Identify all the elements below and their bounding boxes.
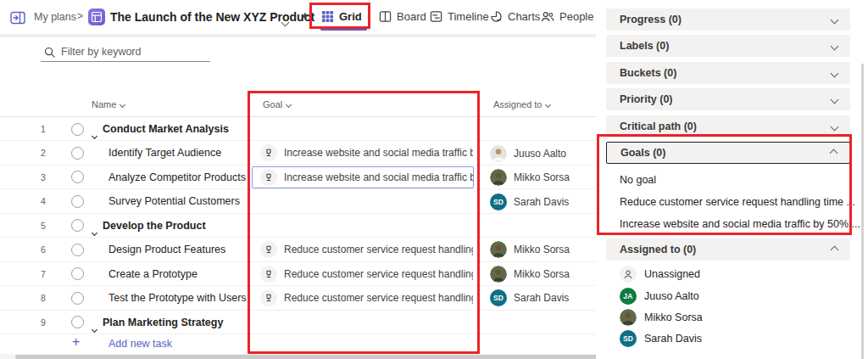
assignee-cell[interactable]: Juuso Aalto	[490, 141, 566, 165]
sidebar-toggle-button[interactable]	[9, 9, 25, 25]
goal-option-increase-traffic[interactable]: Increase website and social media traffi…	[620, 214, 860, 234]
progress-ring[interactable]	[71, 267, 84, 280]
filter-section-label: Assigned to (0)	[620, 244, 696, 255]
goal-trophy-icon	[260, 169, 277, 186]
chevron-down-icon	[831, 122, 839, 131]
avatar-photo-mikko	[490, 241, 507, 258]
table-row-task-6: 6 Design Product Features Reduce custome…	[0, 238, 596, 261]
person-option-unassigned[interactable]: Unassigned	[620, 265, 700, 283]
progress-ring[interactable]	[71, 171, 84, 183]
search-input[interactable]	[61, 46, 197, 58]
person-option-sarah-davis[interactable]: SD Sarah Davis	[620, 329, 702, 348]
filter-section-goals[interactable]: Goals (0)	[606, 142, 850, 164]
task-name[interactable]: Test the Prototype with Users	[108, 286, 247, 310]
goal-cell[interactable]: Reduce customer service request handling…	[252, 287, 474, 309]
row-number: 8	[37, 286, 49, 310]
collapse-group-button[interactable]	[92, 126, 97, 142]
task-name[interactable]: Plan Marketing Strategy	[103, 311, 223, 334]
person-option-mikko-sorsa[interactable]: Mikko Sorsa	[620, 308, 703, 327]
filter-search-field[interactable]	[41, 42, 210, 62]
goal-trophy-icon	[260, 266, 277, 283]
task-name[interactable]: Identify Target Audience	[108, 141, 221, 165]
assignee-cell[interactable]: Mikko Sorsa	[490, 238, 570, 261]
column-header-assigned-to[interactable]: Assigned to	[493, 99, 550, 109]
task-name[interactable]: Conduct Market Analysis	[103, 117, 229, 141]
goal-label: Reduce customer service request handling…	[284, 292, 474, 304]
chevron-down-icon	[545, 101, 551, 107]
person-name: Unassigned	[644, 268, 700, 280]
row-number: 7	[37, 262, 49, 286]
progress-ring[interactable]	[71, 147, 84, 160]
filter-section-assigned-to[interactable]: Assigned to (0)	[606, 238, 850, 261]
avatar-initials-sd: SD	[620, 330, 637, 347]
task-name[interactable]: Create a Prototype	[108, 262, 198, 286]
tab-grid-label: Grid	[339, 10, 362, 23]
collapse-group-button[interactable]	[92, 223, 97, 238]
task-name[interactable]: Design Product Features	[108, 238, 225, 261]
tab-board-label: Board	[397, 10, 426, 23]
assignee-name: Sarah Davis	[514, 196, 569, 208]
progress-ring[interactable]	[71, 244, 84, 256]
goal-option-reduce-handling-time[interactable]: Reduce customer service request handling…	[620, 192, 855, 212]
assignee-name: Mikko Sorsa	[514, 244, 570, 255]
filter-section-priority[interactable]: Priority (0)	[606, 88, 850, 110]
planner-app-window: My plans > The Launch of the New XYZ Pro…	[0, 0, 868, 359]
chevron-down-icon	[92, 326, 97, 332]
column-header-goal-label: Goal	[263, 99, 282, 109]
filter-section-labels[interactable]: Labels (0)	[606, 35, 850, 57]
vertical-scrollbar[interactable]	[861, 64, 864, 359]
chevron-down-icon	[831, 95, 839, 104]
goal-trophy-icon	[260, 289, 277, 306]
pin-button[interactable]	[296, 9, 311, 25]
breadcrumb-my-plans[interactable]: My plans	[34, 11, 76, 23]
tab-timeline[interactable]: Timeline	[430, 0, 489, 32]
avatar-initials-ja: JA	[620, 288, 637, 305]
chevron-down-icon	[92, 230, 97, 236]
column-header-name[interactable]: Name	[92, 99, 125, 109]
tab-people[interactable]: People	[541, 0, 593, 32]
task-table: 1 Conduct Market Analysis 2 Identify Tar…	[0, 117, 596, 334]
progress-ring[interactable]	[71, 123, 84, 136]
plan-title-dropdown[interactable]	[282, 14, 288, 29]
person-option-juuso-aalto[interactable]: JA Juuso Aalto	[620, 287, 699, 306]
collapse-group-button[interactable]	[92, 320, 97, 335]
progress-ring[interactable]	[71, 292, 84, 305]
goal-cell-selected[interactable]: Increase website and social media traffi…	[252, 166, 474, 188]
assignee-cell[interactable]: Mikko Sorsa	[490, 165, 570, 189]
row-number: 9	[37, 311, 49, 334]
tab-timeline-label: Timeline	[448, 10, 489, 23]
goal-cell[interactable]: Increase website and social media traffi…	[252, 142, 474, 164]
assignee-cell[interactable]: Mikko Sorsa	[490, 262, 570, 286]
chevron-down-icon	[831, 69, 839, 77]
column-header-goal[interactable]: Goal	[263, 99, 291, 109]
task-name[interactable]: Develop the Product	[103, 214, 206, 238]
tab-charts[interactable]: Charts	[490, 0, 540, 32]
task-name[interactable]: Analyze Competitor Products	[108, 165, 246, 189]
header-divider	[0, 34, 596, 37]
goal-trophy-icon	[260, 144, 277, 161]
row-number: 3	[37, 165, 49, 189]
progress-ring[interactable]	[71, 316, 84, 328]
filter-section-buckets[interactable]: Buckets (0)	[606, 62, 850, 84]
progress-ring[interactable]	[71, 219, 84, 232]
chevron-down-icon	[831, 15, 839, 24]
filter-section-progress[interactable]: Progress (0)	[606, 8, 850, 31]
progress-ring[interactable]	[71, 195, 84, 208]
filter-section-critical-path[interactable]: Critical path (0)	[606, 115, 850, 137]
assignee-name: Juuso Aalto	[514, 148, 566, 160]
chevron-down-icon	[120, 101, 125, 107]
add-new-task-button[interactable]: + Add new task	[0, 335, 596, 352]
chevron-up-icon	[830, 149, 838, 157]
row-number: 1	[37, 117, 49, 141]
table-row-task-2: 2 Identify Target Audience Increase webs…	[0, 141, 596, 165]
assignee-cell[interactable]: SD Sarah Davis	[490, 189, 569, 213]
filter-section-label: Critical path (0)	[620, 121, 697, 132]
tab-board[interactable]: Board	[379, 0, 426, 32]
task-name[interactable]: Survey Potential Customers	[108, 189, 240, 213]
timeline-icon	[430, 10, 442, 23]
goal-option-no-goal[interactable]: No goal	[620, 170, 656, 190]
avatar-initials-sd: SD	[490, 194, 507, 210]
goal-cell[interactable]: Reduce customer service request handling…	[252, 238, 474, 261]
goal-cell[interactable]: Reduce customer service request handling…	[252, 263, 474, 285]
assignee-cell[interactable]: SD Sarah Davis	[490, 286, 569, 310]
